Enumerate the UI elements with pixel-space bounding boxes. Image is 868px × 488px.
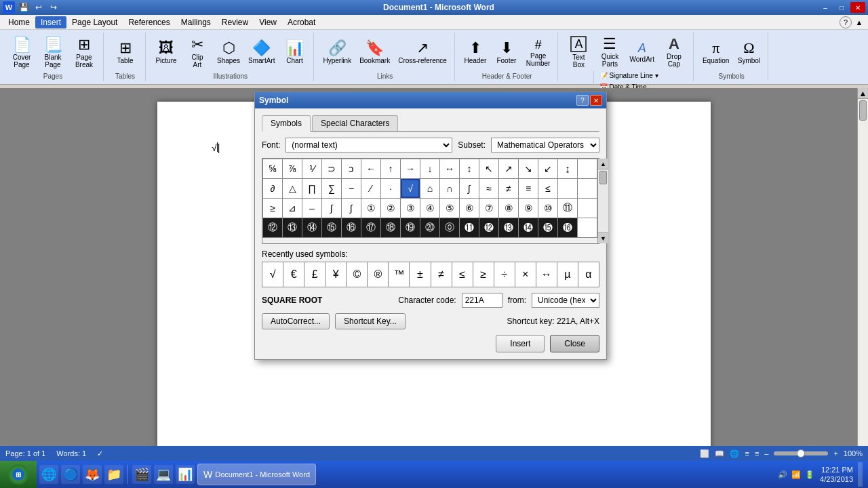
insert-button[interactable]: Insert [496, 335, 545, 352]
symbol-cell[interactable] [578, 218, 597, 237]
symbol-cell[interactable]: ② [381, 199, 400, 218]
symbol-cell[interactable]: ⑥ [460, 199, 479, 218]
grid-scroll-track[interactable] [598, 169, 608, 232]
recent-cell[interactable]: √ [262, 262, 283, 287]
recent-cell[interactable]: µ [557, 262, 578, 287]
symbol-cell[interactable]: ∏ [302, 179, 321, 198]
char-code-input[interactable] [462, 293, 502, 308]
symbol-cell[interactable]: ⑯ [342, 218, 361, 237]
symbol-cell[interactable]: ← [361, 159, 380, 178]
tray-icon-2[interactable]: 📶 [791, 470, 801, 479]
taskbar-media-button[interactable]: 🎬 [132, 465, 151, 484]
symbol-cell[interactable]: ≤ [538, 179, 557, 198]
symbol-cell[interactable]: ∫ [460, 179, 479, 198]
symbol-cell[interactable]: ⑪ [558, 199, 577, 218]
symbol-cell[interactable]: ↗ [499, 159, 518, 178]
symbol-cell[interactable]: ⑳ [420, 218, 439, 237]
recent-cell[interactable]: ↔ [536, 262, 557, 287]
symbol-cell[interactable]: ⑱ [381, 218, 400, 237]
symbol-cell[interactable]: ≠ [499, 179, 518, 198]
symbol-cell[interactable] [578, 199, 597, 218]
symbol-cell[interactable] [558, 179, 577, 198]
recent-cell[interactable]: © [347, 262, 367, 287]
symbol-cell[interactable]: ⓬ [479, 218, 498, 237]
symbol-cell[interactable]: ③ [401, 199, 420, 218]
recent-cell[interactable]: ≠ [431, 262, 452, 287]
symbol-cell[interactable]: ⓭ [499, 218, 518, 237]
tray-icon-1[interactable]: 🔊 [778, 470, 787, 479]
tray-icon-3[interactable]: 🔋 [805, 470, 814, 479]
shortcut-key-button[interactable]: Shortcut Key... [335, 313, 406, 329]
recent-cell[interactable]: € [283, 262, 304, 287]
symbol-cell[interactable]: ⅞ [283, 159, 302, 178]
symbol-cell[interactable]: ⑩ [538, 199, 557, 218]
recent-cell[interactable]: ÷ [494, 262, 515, 287]
taskbar-explorer-button[interactable]: 📁 [104, 465, 123, 484]
taskbar-cmd-button[interactable]: 💻 [154, 465, 173, 484]
dialog-close-button[interactable]: ✕ [590, 95, 602, 106]
symbol-cell[interactable]: ↔ [440, 159, 459, 178]
subset-select[interactable]: Mathematical Operators [491, 138, 599, 152]
symbol-cell[interactable]: ↘ [519, 159, 538, 178]
taskbar-chrome-button[interactable]: 🔵 [61, 465, 80, 484]
symbol-cell[interactable]: ⑲ [401, 218, 420, 237]
font-select[interactable]: (normal text) [285, 138, 452, 152]
symbol-cell[interactable]: △ [283, 179, 302, 198]
recent-cell[interactable]: ® [368, 262, 388, 287]
taskbar-excel-button[interactable]: 📊 [176, 465, 195, 484]
grid-scroll-thumb[interactable] [599, 171, 607, 184]
symbol-cell[interactable]: ⓪ [440, 218, 459, 237]
recent-cell[interactable]: £ [304, 262, 325, 287]
symbol-cell[interactable]: ∫ [322, 199, 341, 218]
symbol-cell[interactable]: ⑭ [302, 218, 321, 237]
symbol-cell[interactable]: ⑦ [479, 199, 498, 218]
symbol-cell[interactable]: ≡ [519, 179, 538, 198]
symbol-cell[interactable]: ⅝ [263, 159, 282, 178]
symbol-cell[interactable]: ∫ [342, 199, 361, 218]
symbol-cell[interactable]: ⅟ [302, 159, 321, 178]
taskbar-ie-button[interactable]: 🌐 [39, 465, 58, 484]
symbol-cell[interactable]: ↑ [381, 159, 400, 178]
symbol-cell[interactable]: ∂ [263, 179, 282, 198]
symbol-cell[interactable]: ⓮ [519, 218, 538, 237]
symbol-cell[interactable]: − [342, 179, 361, 198]
tab-symbols[interactable]: Symbols [262, 115, 311, 132]
symbol-cell[interactable]: ≈ [479, 179, 498, 198]
autocorrect-button[interactable]: AutoCorrect... [262, 313, 330, 329]
symbol-cell[interactable]: ∕ [361, 179, 380, 198]
symbol-cell[interactable]: ɔ [342, 159, 361, 178]
symbol-cell[interactable]: ⑮ [322, 218, 341, 237]
recent-cell[interactable]: ¥ [326, 262, 346, 287]
recent-cell[interactable]: ≥ [473, 262, 494, 287]
symbol-cell[interactable]: ↨ [558, 159, 577, 178]
recent-cell[interactable]: ≤ [452, 262, 473, 287]
symbol-cell[interactable]: ⑰ [361, 218, 380, 237]
symbol-cell[interactable]: ≥ [263, 199, 282, 218]
symbol-cell-selected[interactable]: √ [401, 179, 420, 198]
symbol-cell[interactable]: ∑ [322, 179, 341, 198]
recent-cell[interactable]: α [578, 262, 599, 287]
symbol-cell[interactable]: ⑫ [263, 218, 282, 237]
dialog-help-button[interactable]: ? [576, 95, 589, 106]
recent-cell[interactable]: × [515, 262, 536, 287]
symbol-cell[interactable]: ⑨ [519, 199, 538, 218]
grid-scrollbar[interactable]: ▲ ▼ [597, 159, 608, 243]
from-select[interactable]: Unicode (hex) ASCII (decimal) ASCII (hex… [532, 293, 599, 308]
symbol-cell[interactable] [578, 159, 597, 178]
taskbar-firefox-button[interactable]: 🦊 [83, 465, 102, 484]
grid-scroll-down[interactable]: ▼ [598, 232, 608, 243]
symbol-cell[interactable] [578, 179, 597, 198]
symbol-cell[interactable]: ↓ [420, 159, 439, 178]
symbol-cell[interactable]: ⑧ [499, 199, 518, 218]
symbol-cell[interactable]: ⊿ [283, 199, 302, 218]
symbol-cell[interactable]: ① [361, 199, 380, 218]
symbol-cell[interactable]: ④ [420, 199, 439, 218]
symbol-cell[interactable]: ↕ [460, 159, 479, 178]
recent-cell[interactable]: ± [410, 262, 430, 287]
close-dialog-button[interactable]: Close [550, 335, 599, 352]
symbol-cell[interactable]: ↖ [479, 159, 498, 178]
symbol-cell[interactable]: ⓯ [538, 218, 557, 237]
symbol-cell[interactable]: ⑤ [440, 199, 459, 218]
grid-scroll-up[interactable]: ▲ [598, 159, 608, 169]
taskbar-word-button[interactable]: W Document1 - Microsoft Word [197, 464, 316, 485]
